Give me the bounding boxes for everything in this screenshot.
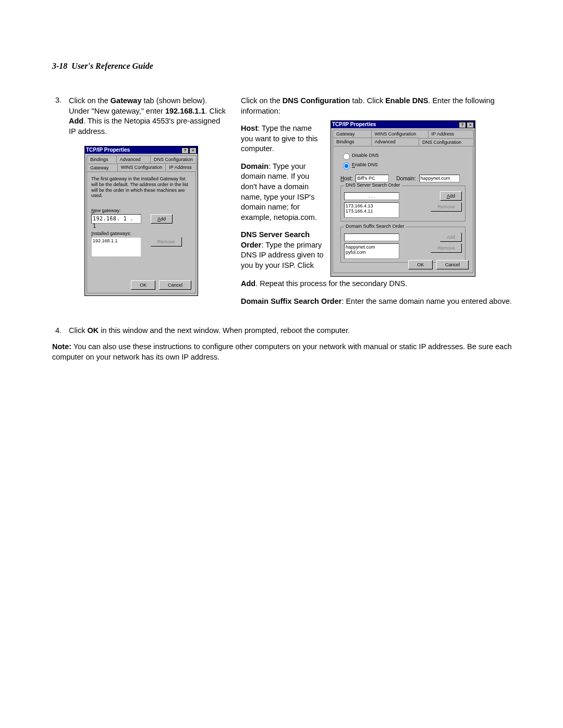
- tab-gateway[interactable]: Gateway: [333, 130, 372, 138]
- new-gateway-input[interactable]: 192.168. 1 . 1: [91, 214, 141, 224]
- dialog-titlebar: TCP/IP Properties ?×: [331, 121, 475, 128]
- suffix-order-label: Domain Suffix Search Order: [344, 224, 406, 229]
- add-button[interactable]: Add: [151, 214, 173, 224]
- cancel-button[interactable]: Cancel: [159, 280, 191, 290]
- running-header: 3-18 User's Reference Guide: [52, 61, 521, 71]
- radio-enable-dns[interactable]: Enable DNS: [340, 161, 469, 169]
- dns-intro: Click on the DNS Configuration tab. Clic…: [241, 96, 521, 116]
- dialog-title: TCP/IP Properties: [332, 121, 376, 128]
- suffix-list[interactable]: happynet.com pyful.com: [344, 243, 399, 259]
- step-3-text: Click on the Gateway tab (shown below). …: [69, 96, 226, 137]
- suffix-add-button[interactable]: Add: [440, 232, 462, 242]
- tab-wins[interactable]: WINS Configuration: [117, 163, 166, 171]
- help-icon[interactable]: ?: [181, 147, 189, 154]
- tab-gateway[interactable]: Gateway: [87, 164, 118, 172]
- step-4-number: 4.: [52, 325, 62, 336]
- dns-list[interactable]: 173.166.4.13 173.166.4.11: [344, 202, 399, 218]
- host-input[interactable]: Biff's PC: [356, 175, 389, 182]
- domain-input[interactable]: happynet.com: [419, 175, 460, 182]
- step-3-number: 3.: [52, 96, 62, 137]
- domain-para: Domain: Type your domain name. If you do…: [241, 162, 324, 223]
- step-4: 4. Click OK in this window and the next …: [52, 325, 521, 336]
- close-icon[interactable]: ×: [467, 122, 474, 128]
- tab-dns-config[interactable]: DNS Configuration: [150, 155, 197, 163]
- tab-ipaddress[interactable]: IP Address: [428, 130, 474, 138]
- tab-advanced[interactable]: Advanced: [371, 138, 419, 145]
- step-4-text: Click OK in this window and the next win…: [69, 325, 350, 336]
- suffix-input[interactable]: [344, 233, 399, 241]
- host-label: Host:: [340, 176, 352, 181]
- tab-bindings[interactable]: Bindings: [87, 155, 117, 163]
- radio-disable-dns[interactable]: Disable DNS: [340, 152, 469, 160]
- help-icon[interactable]: ?: [459, 122, 466, 128]
- ok-button[interactable]: OK: [408, 260, 433, 269]
- tab-bindings[interactable]: Bindings: [333, 138, 372, 145]
- guide-title: User's Reference Guide: [71, 61, 153, 70]
- tab-advanced[interactable]: Advanced: [116, 155, 151, 163]
- installed-gateways-label: Installed gateways:: [91, 231, 191, 236]
- add-repeat-para: Add. Repeat this process for the seconda…: [241, 279, 521, 289]
- dns-ip-input[interactable]: . . .: [344, 192, 399, 200]
- note-para: Note: You can also use these instruction…: [52, 341, 521, 363]
- dialog-titlebar: TCP/IP Properties ?×: [85, 146, 198, 154]
- installed-gateways-list[interactable]: 192.168.1.1: [91, 237, 141, 257]
- remove-button[interactable]: Remove: [151, 237, 182, 246]
- domain-label: Domain:: [396, 176, 415, 181]
- close-icon[interactable]: ×: [189, 147, 197, 154]
- gateway-help-text: The first gateway in the Installed Gatew…: [91, 176, 191, 199]
- suffix-remove-button[interactable]: Remove: [431, 243, 462, 253]
- dns-search-para: DNS Server Search Order: Type the primar…: [241, 230, 324, 270]
- dns-order-label: DNS Server Search Order: [344, 182, 402, 188]
- new-gateway-label: New gateway:: [91, 208, 191, 213]
- ok-button[interactable]: OK: [131, 280, 155, 290]
- tab-dns-config[interactable]: DNS Configuration: [419, 138, 474, 146]
- cancel-button[interactable]: Cancel: [436, 260, 469, 269]
- tab-wins[interactable]: WINS Configuration: [371, 130, 429, 138]
- suffix-para: Domain Suffix Search Order: Enter the sa…: [241, 297, 521, 307]
- tab-ipaddress[interactable]: IP Address: [165, 163, 197, 171]
- dialog-title: TCP/IP Properties: [86, 146, 130, 154]
- step-3: 3. Click on the Gateway tab (shown below…: [52, 96, 226, 137]
- dns-remove-button[interactable]: Remove: [431, 202, 462, 212]
- page-ref: 3-18: [52, 61, 67, 70]
- tcpip-gateway-dialog: TCP/IP Properties ?× Bindings Advanced D…: [84, 146, 198, 296]
- host-para: Host: Type the name you want to give to …: [241, 124, 324, 154]
- tcpip-dns-dialog: TCP/IP Properties ?× Gateway WINS Config…: [331, 120, 475, 277]
- dns-add-button[interactable]: Add: [440, 191, 462, 201]
